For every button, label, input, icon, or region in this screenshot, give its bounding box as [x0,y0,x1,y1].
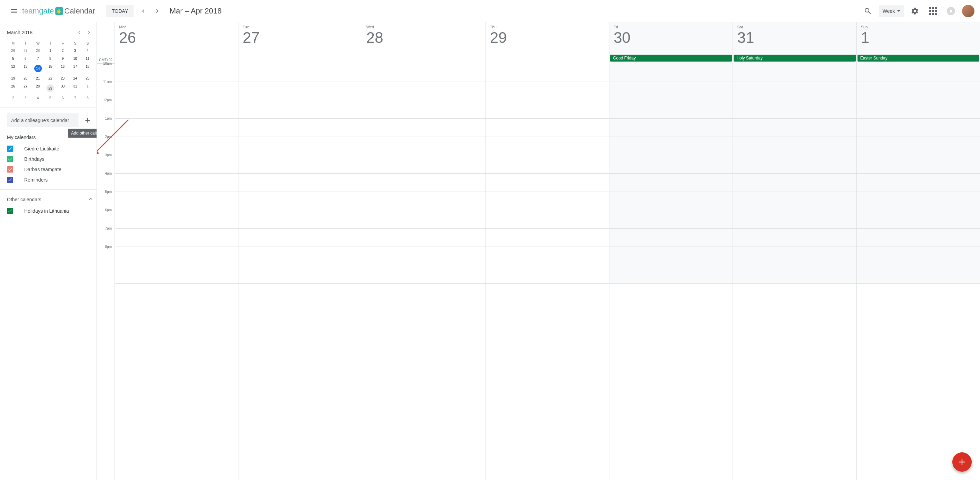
user-avatar[interactable] [962,5,974,17]
mini-day[interactable]: 23 [56,74,69,82]
hour-cell[interactable] [486,63,609,82]
mini-day[interactable]: 5 [44,94,57,102]
hour-cell[interactable] [857,155,980,174]
hour-cell[interactable] [362,174,485,192]
mini-day[interactable]: 2 [56,47,69,55]
hour-cell[interactable] [733,137,856,155]
mini-day[interactable]: 1 [81,82,94,94]
hour-cell[interactable] [239,247,362,265]
prev-period-button[interactable] [136,4,150,18]
view-selector[interactable]: Week [879,5,904,17]
hour-cell[interactable] [733,247,856,265]
mini-day[interactable]: 26 [7,47,19,55]
hour-cell[interactable] [733,210,856,228]
hour-cell[interactable] [857,192,980,210]
hour-cell[interactable] [239,137,362,155]
hour-cell[interactable] [733,63,856,82]
hour-cell[interactable] [857,119,980,137]
hour-cell[interactable] [362,247,485,265]
hour-cell[interactable] [733,119,856,137]
mini-day[interactable]: 7 [32,55,44,63]
hour-cell[interactable] [115,265,238,284]
mini-day[interactable]: 13 [19,63,32,74]
hour-cell[interactable] [115,63,238,82]
hour-cell[interactable] [486,174,609,192]
add-other-calendars-button[interactable] [81,114,94,127]
hour-cell[interactable] [239,228,362,247]
hour-cell[interactable] [609,100,733,119]
hour-cell[interactable] [239,82,362,100]
hour-cell[interactable] [115,137,238,155]
mini-day[interactable]: 18 [81,63,94,74]
mini-day[interactable]: 17 [69,63,81,74]
today-button[interactable]: TODAY [106,5,134,17]
mini-prev-button[interactable] [75,28,84,37]
hour-cell[interactable] [362,155,485,174]
next-period-button[interactable] [150,4,164,18]
hour-cell[interactable] [857,82,980,100]
mini-day[interactable]: 8 [81,94,94,102]
hour-cell[interactable] [486,265,609,284]
hour-cell[interactable] [115,228,238,247]
day-body[interactable] [857,63,980,284]
hour-cell[interactable] [857,137,980,155]
mini-day[interactable]: 15 [44,63,57,74]
hour-cell[interactable] [857,210,980,228]
day-header[interactable]: Wed28 [362,22,485,63]
hour-cell[interactable] [239,155,362,174]
day-header[interactable]: Mon26 [115,22,238,63]
hour-cell[interactable] [115,247,238,265]
mini-day[interactable]: 2 [7,94,19,102]
day-header[interactable]: Sun1Easter Sunday [857,22,980,63]
hour-cell[interactable] [857,247,980,265]
mini-day[interactable]: 6 [19,55,32,63]
hour-cell[interactable] [733,265,856,284]
hour-cell[interactable] [857,63,980,82]
hour-cell[interactable] [115,100,238,119]
day-body[interactable] [733,63,856,284]
calendar-item[interactable]: Darbas teamgate [7,164,94,175]
hour-cell[interactable] [609,155,733,174]
day-header[interactable]: Sat31Holy Saturday [733,22,856,63]
mini-day[interactable]: 3 [69,47,81,55]
hour-cell[interactable] [362,100,485,119]
hour-cell[interactable] [362,137,485,155]
hour-cell[interactable] [609,63,733,82]
other-calendars-header[interactable]: Other calendars [7,190,94,206]
hour-cell[interactable] [609,174,733,192]
hour-cell[interactable] [857,265,980,284]
mini-day[interactable]: 16 [56,63,69,74]
mini-day[interactable]: 31 [69,82,81,94]
day-header[interactable]: Thu29 [486,22,609,63]
day-body[interactable] [609,63,733,284]
mini-day[interactable]: 30 [56,82,69,94]
day-header[interactable]: Fri30Good Friday [609,22,733,63]
day-body[interactable] [115,63,238,284]
hour-cell[interactable] [609,137,733,155]
mini-day[interactable]: 28 [32,82,44,94]
add-colleague-input[interactable] [7,113,78,127]
hour-cell[interactable] [362,228,485,247]
calendar-checkbox[interactable] [7,156,13,162]
hour-cell[interactable] [733,100,856,119]
mini-day[interactable]: 14 [32,63,44,74]
hour-cell[interactable] [609,192,733,210]
hour-cell[interactable] [115,82,238,100]
hour-cell[interactable] [609,82,733,100]
mini-day[interactable]: 12 [7,63,19,74]
hour-cell[interactable] [239,210,362,228]
hour-cell[interactable] [486,247,609,265]
all-day-event[interactable]: Easter Sunday [858,55,979,62]
hour-cell[interactable] [239,100,362,119]
hour-cell[interactable] [239,174,362,192]
settings-button[interactable] [908,4,922,18]
hour-cell[interactable] [115,155,238,174]
mini-day[interactable]: 6 [56,94,69,102]
hour-cell[interactable] [239,265,362,284]
hour-cell[interactable] [486,82,609,100]
hour-cell[interactable] [115,210,238,228]
all-day-event[interactable]: Holy Saturday [733,55,856,62]
mini-day[interactable]: 4 [32,94,44,102]
day-body[interactable] [362,63,485,284]
search-button[interactable] [861,4,875,18]
